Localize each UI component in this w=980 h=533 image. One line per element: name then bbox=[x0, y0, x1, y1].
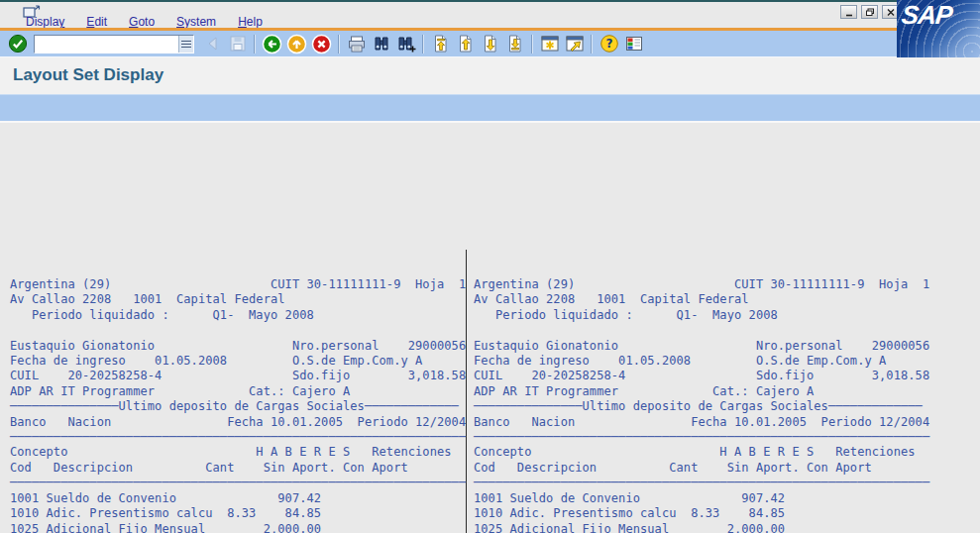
restore-icon bbox=[865, 8, 875, 17]
svg-text:?: ? bbox=[605, 37, 612, 51]
title-row: Layout Set Display bbox=[0, 57, 980, 94]
minimize-icon bbox=[844, 8, 854, 17]
page-down-icon bbox=[481, 34, 500, 53]
page-title: Layout Set Display bbox=[13, 65, 163, 85]
help-button[interactable]: ? bbox=[598, 33, 620, 55]
find-icon bbox=[372, 34, 391, 53]
exit-icon bbox=[286, 34, 307, 54]
display-grid-button[interactable] bbox=[538, 33, 561, 55]
save-button[interactable] bbox=[226, 33, 249, 55]
command-field-wrap bbox=[34, 35, 194, 53]
save-icon bbox=[228, 34, 248, 53]
command-input[interactable] bbox=[35, 36, 178, 53]
page-down-button[interactable] bbox=[479, 33, 501, 55]
titlebar: Display Edit Goto System Help bbox=[0, 0, 980, 28]
display-grid-icon bbox=[540, 34, 560, 53]
help-icon: ? bbox=[599, 34, 619, 53]
page-up-icon bbox=[456, 34, 476, 53]
command-dropdown-icon[interactable] bbox=[178, 36, 193, 53]
close-icon bbox=[886, 8, 896, 17]
exit-button[interactable] bbox=[285, 33, 308, 55]
enter-button[interactable] bbox=[6, 33, 29, 55]
page-up-button[interactable] bbox=[454, 33, 477, 55]
sap-logo: SAP bbox=[897, 0, 980, 57]
customize-layout-icon bbox=[624, 34, 644, 53]
customize-layout-button[interactable] bbox=[622, 33, 645, 55]
sap-logo-text: SAP bbox=[900, 0, 953, 31]
find-next-button[interactable] bbox=[394, 33, 417, 55]
cancel-button[interactable] bbox=[310, 33, 333, 55]
list-area: Argentina (29) CUIT 30-11111111-9 Hoja 1… bbox=[0, 123, 980, 533]
scroll-back-icon bbox=[203, 34, 223, 53]
scroll-back-button[interactable] bbox=[201, 33, 224, 55]
enter-icon bbox=[8, 34, 28, 53]
first-page-icon bbox=[431, 34, 451, 53]
create-shortcut-icon bbox=[565, 34, 585, 53]
standard-toolbar: ? bbox=[0, 31, 897, 57]
back-button[interactable] bbox=[261, 33, 283, 55]
application-toolbar bbox=[0, 94, 980, 123]
create-shortcut-button[interactable] bbox=[563, 33, 586, 55]
restore-button[interactable] bbox=[861, 5, 878, 19]
payslip-pane-left: Argentina (29) CUIT 30-11111111-9 Hoja 1… bbox=[10, 277, 466, 533]
back-icon bbox=[262, 34, 282, 54]
last-page-icon bbox=[505, 34, 525, 53]
print-icon bbox=[347, 34, 367, 53]
find-next-icon bbox=[396, 34, 416, 53]
cancel-icon bbox=[311, 34, 332, 54]
payslip-pane-right: Argentina (29) CUIT 30-11111111-9 Hoja 1… bbox=[474, 277, 929, 533]
first-page-button[interactable] bbox=[429, 33, 452, 55]
minimize-button[interactable] bbox=[840, 5, 857, 19]
find-button[interactable] bbox=[370, 33, 392, 55]
last-page-button[interactable] bbox=[503, 33, 526, 55]
print-button[interactable] bbox=[345, 33, 368, 55]
